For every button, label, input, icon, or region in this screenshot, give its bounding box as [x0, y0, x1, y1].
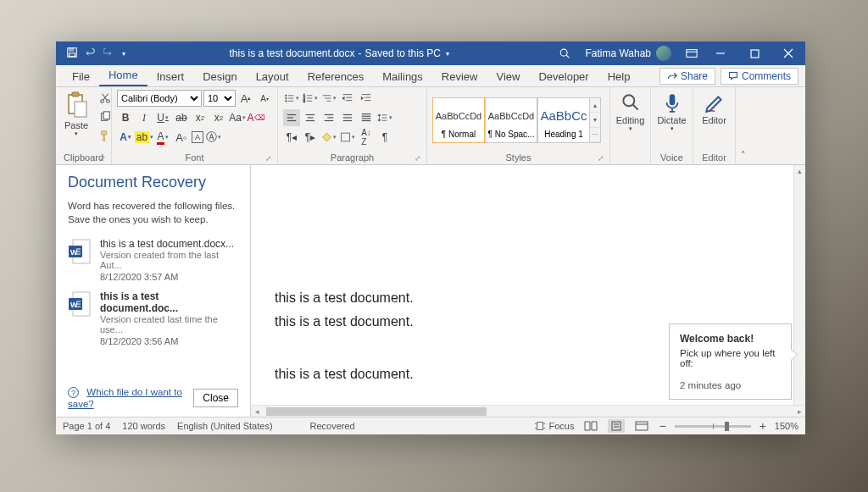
shrink-font-icon[interactable]: A▾ [256, 90, 273, 107]
style-gallery-scroll[interactable]: ▴▾⋯ [589, 97, 601, 143]
font-launcher-icon[interactable]: ⤢ [265, 154, 272, 163]
strikethrough-icon[interactable]: ab [173, 109, 190, 126]
tab-insert[interactable]: Insert [147, 66, 194, 86]
redo-icon[interactable] [103, 47, 115, 61]
clipboard-launcher-icon[interactable]: ⤢ [99, 154, 106, 163]
tab-help[interactable]: Help [598, 66, 640, 86]
font-name-select[interactable]: Calibri (Body) [117, 90, 202, 107]
print-layout-icon[interactable] [608, 419, 625, 433]
welcome-back-popup[interactable]: Welcome back! Pick up where you left off… [669, 323, 792, 400]
show-marks-icon[interactable]: ¶ [376, 129, 393, 146]
text-effects-icon[interactable]: A▾ [117, 129, 134, 146]
numbering-icon[interactable]: 123▾ [302, 90, 319, 107]
svg-point-20 [286, 97, 287, 99]
editing-button[interactable]: Editing ▾ [613, 90, 648, 134]
svg-rect-13 [75, 102, 86, 117]
char-border-icon[interactable]: A [192, 131, 203, 143]
multilevel-icon[interactable]: ▾ [320, 90, 337, 107]
font-color-icon[interactable]: A▾ [154, 129, 171, 146]
recovery-close-button[interactable]: Close [193, 389, 238, 407]
tab-mailings[interactable]: Mailings [373, 66, 432, 86]
zoom-in-icon[interactable]: + [760, 419, 766, 433]
tab-layout[interactable]: Layout [247, 66, 298, 86]
style-normal[interactable]: AaBbCcDd ¶ Normal [432, 97, 485, 143]
save-location-chevron-icon[interactable]: ▾ [446, 50, 449, 58]
svg-rect-12 [72, 92, 79, 97]
status-language[interactable]: English (United States) [177, 421, 273, 431]
underline-icon[interactable]: U▾ [154, 109, 171, 126]
highlight-icon[interactable]: ab▾ [136, 129, 153, 146]
recovery-item[interactable]: W this is a test document.doc... Version… [68, 290, 238, 346]
recovery-help-link[interactable]: Which file do I want to save? [68, 387, 182, 410]
user-account[interactable]: Fatima Wahab [576, 46, 680, 61]
group-editor: Editor Editor [693, 87, 736, 164]
dictate-button[interactable]: Dictate ▾ [654, 90, 689, 134]
focus-mode[interactable]: Focus [534, 421, 575, 431]
tab-design[interactable]: Design [193, 66, 246, 86]
bold-icon[interactable]: B [117, 109, 134, 126]
svg-point-14 [101, 100, 104, 103]
tab-file[interactable]: File [63, 66, 99, 86]
svg-line-4 [567, 55, 570, 58]
paste-button[interactable]: Paste ▾ [61, 90, 92, 139]
grow-font-icon[interactable]: A▴ [237, 90, 254, 107]
char-shading-icon[interactable]: A◦ [173, 129, 190, 146]
tab-references[interactable]: References [298, 66, 373, 86]
italic-icon[interactable]: I [136, 109, 153, 126]
status-words[interactable]: 120 words [122, 421, 165, 431]
undo-icon[interactable] [85, 47, 97, 61]
ribbon-display-icon[interactable] [680, 41, 704, 65]
shading-icon[interactable]: ▾ [320, 129, 337, 146]
align-right-icon[interactable] [320, 109, 337, 126]
save-icon[interactable] [66, 47, 78, 61]
search-icon[interactable] [553, 41, 576, 65]
status-page[interactable]: Page 1 of 4 [63, 421, 110, 431]
font-size-select[interactable]: 10 [203, 90, 236, 107]
web-layout-icon[interactable] [633, 419, 650, 433]
justify-icon[interactable] [339, 109, 356, 126]
title-filename: this is a test document.docx [229, 47, 354, 59]
editor-button[interactable]: Editor [698, 90, 730, 127]
subscript-icon[interactable]: x2 [192, 109, 209, 126]
tab-developer[interactable]: Developer [529, 66, 598, 86]
decrease-indent-icon[interactable] [339, 90, 356, 107]
tab-home[interactable]: Home [99, 64, 147, 86]
group-styles: AaBbCcDd ¶ Normal AaBbCcDd ¶ No Spac... … [427, 87, 610, 164]
style-no-spacing[interactable]: AaBbCcDd ¶ No Spac... [485, 97, 537, 143]
zoom-level[interactable]: 150% [775, 421, 798, 431]
align-left-icon[interactable] [283, 109, 300, 126]
recovery-item[interactable]: W this is a test document.docx... Versio… [68, 238, 238, 282]
zoom-slider[interactable] [675, 425, 751, 428]
tab-view[interactable]: View [487, 66, 529, 86]
title-save-location[interactable]: Saved to this PC [365, 47, 441, 59]
vertical-scrollbar[interactable]: ▴ [793, 165, 805, 405]
tab-review[interactable]: Review [432, 66, 487, 86]
enclose-char-icon[interactable]: Ⓐ▾ [205, 129, 222, 146]
clear-format-icon[interactable]: A⌫ [248, 109, 264, 126]
svg-line-60 [632, 105, 637, 110]
svg-text:3: 3 [303, 99, 306, 103]
styles-launcher-icon[interactable]: ⤢ [598, 154, 604, 163]
bullets-icon[interactable]: ▾ [283, 90, 300, 107]
minimize-button[interactable] [704, 41, 737, 65]
distributed-icon[interactable] [358, 109, 375, 126]
sort-icon[interactable]: A↓Z [358, 129, 375, 146]
change-case-icon[interactable]: Aa▾ [229, 109, 246, 126]
share-button[interactable]: Share [659, 68, 715, 85]
align-center-icon[interactable] [302, 109, 319, 126]
borders-icon[interactable]: ▾ [339, 129, 356, 146]
zoom-out-icon[interactable]: − [659, 419, 665, 433]
close-button[interactable] [771, 41, 805, 65]
rtl-icon[interactable]: ¶▸ [302, 129, 319, 146]
superscript-icon[interactable]: x2 [210, 109, 227, 126]
style-heading1[interactable]: AaBbCc Heading 1 [537, 97, 590, 143]
read-mode-icon[interactable] [582, 419, 599, 433]
horizontal-scrollbar[interactable]: ◂ ▸ [251, 405, 805, 417]
increase-indent-icon[interactable] [358, 90, 375, 107]
collapse-ribbon-icon[interactable]: ˄ [736, 87, 751, 164]
paragraph-launcher-icon[interactable]: ⤢ [415, 154, 421, 163]
ltr-icon[interactable]: ¶◂ [283, 129, 300, 146]
line-spacing-icon[interactable]: ▾ [376, 109, 393, 126]
comments-button[interactable]: Comments [721, 68, 798, 85]
maximize-button[interactable] [737, 41, 771, 65]
